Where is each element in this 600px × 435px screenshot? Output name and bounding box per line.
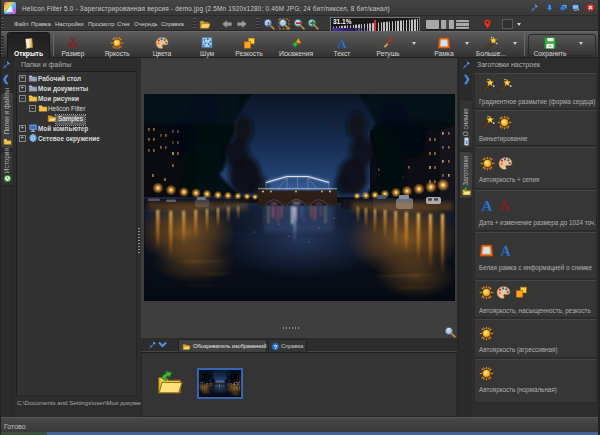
svg-text:1:1: 1:1 [267,21,274,27]
